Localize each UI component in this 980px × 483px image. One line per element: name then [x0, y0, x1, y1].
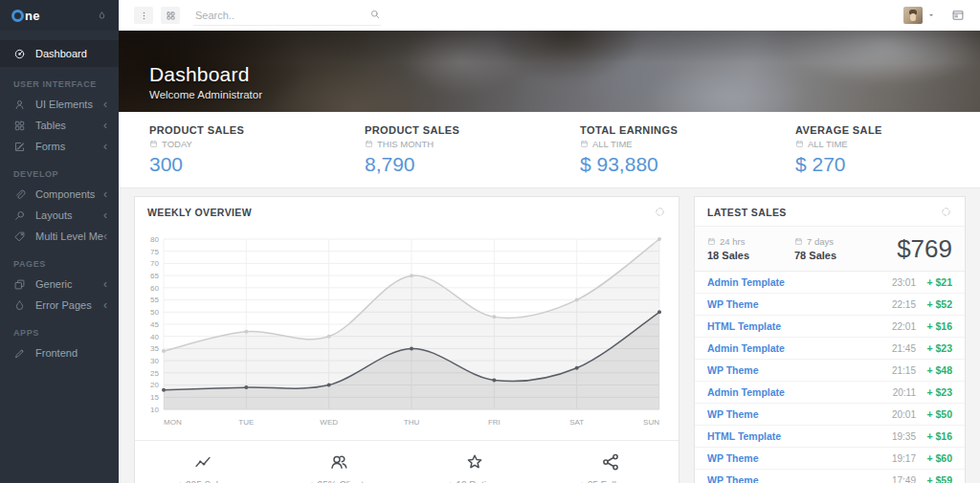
sidebar-section-user-interface: USER INTERFACE [0, 67, 119, 94]
page-subtitle: Welcome Administrator [149, 89, 262, 100]
svg-text:75: 75 [150, 248, 159, 256]
latest-sales-header: LATEST SALES [695, 197, 965, 226]
sidebar-item-label: Generic [35, 278, 103, 290]
app-logo[interactable]: ne [11, 9, 40, 23]
sidebar-section-pages: PAGES [0, 247, 119, 274]
footer-stat-10-ratings: + 10 Ratings [407, 441, 543, 483]
calendar-icon [795, 140, 804, 148]
latest-sales-title: LATEST SALES [707, 207, 787, 218]
sidebar-item-label: Layouts [35, 209, 103, 221]
svg-text:TUE: TUE [238, 418, 254, 427]
sidebar-item-ui-elements[interactable]: UI Elements‹ [0, 94, 119, 115]
sale-product-link[interactable]: WP Theme [707, 364, 887, 376]
svg-text:10: 10 [150, 406, 159, 414]
sale-product-link[interactable]: Admin Template [707, 276, 887, 288]
calendar-icon [707, 237, 716, 246]
search-input[interactable] [193, 6, 381, 25]
sale-time: 17:49 [887, 475, 916, 483]
user-menu-button[interactable] [903, 7, 936, 24]
footer-stat-25-clients: + 25% Clients [271, 441, 407, 483]
weekly-overview-chart: 101520253035404550556065707580MONTUEWEDT… [135, 226, 679, 434]
svg-text:15: 15 [150, 393, 159, 402]
target-icon [13, 48, 26, 60]
chevron-left-icon: ‹ [103, 231, 107, 242]
sales-summary-period: 24 hrs [707, 236, 794, 247]
calendar-icon [149, 140, 158, 148]
svg-text:SAT: SAT [569, 418, 584, 427]
sales-count: 18 Sales [707, 250, 794, 261]
topbar-right [903, 7, 965, 24]
sale-product-link[interactable]: HTML Template [707, 430, 887, 442]
sidebar-item-forms[interactable]: Forms‹ [0, 136, 119, 157]
sale-row-wp-theme: WP Theme 17:49 + $59 [695, 470, 965, 483]
stat-period-label: TODAY [162, 139, 192, 149]
sale-amount: + $23 [916, 386, 952, 398]
sidebar-item-generic[interactable]: Generic‹ [0, 274, 119, 295]
wrench-icon [13, 209, 26, 222]
sidebar: ne DashboardUSER INTERFACEUI Elements‹Ta… [0, 0, 119, 483]
sale-row-html-template: HTML Template 19:35 + $16 [695, 426, 965, 448]
stat-card-total-earnings: TOTAL EARNINGS ALL TIME $ 93,880 [549, 112, 765, 187]
svg-text:45: 45 [150, 320, 159, 329]
sale-amount: + $50 [916, 408, 952, 420]
svg-text:FRI: FRI [488, 418, 501, 427]
chevron-left-icon: ‹ [103, 120, 107, 131]
sidebar-item-label: Components [35, 188, 103, 200]
apps-grid-icon [166, 11, 176, 21]
sidebar-item-components[interactable]: Components‹ [0, 184, 119, 205]
stat-period: THIS MONTH [365, 139, 549, 149]
sale-product-link[interactable]: WP Theme [707, 474, 887, 483]
logo-strip: ne [0, 0, 119, 31]
sale-amount: + $52 [916, 298, 952, 310]
sale-amount: + $16 [916, 320, 952, 332]
sale-product-link[interactable]: Admin Template [707, 342, 887, 354]
share-icon [601, 452, 620, 472]
right-panel-button[interactable] [951, 9, 965, 22]
sidebar-item-error-pages[interactable]: Error Pages‹ [0, 295, 119, 316]
refresh-button[interactable] [654, 206, 666, 218]
sale-product-link[interactable]: WP Theme [707, 298, 887, 310]
refresh-button[interactable] [940, 206, 952, 218]
stat-value: 300 [149, 153, 334, 176]
sale-time: 22:15 [887, 299, 916, 310]
menu-toggle-button[interactable] [134, 7, 153, 24]
svg-text:25: 25 [150, 369, 159, 378]
sale-amount: + $60 [916, 452, 952, 464]
avatar [903, 7, 923, 24]
sale-row-wp-theme: WP Theme 22:15 + $52 [695, 294, 965, 316]
search-icon[interactable] [369, 9, 381, 20]
panel-icon [951, 9, 965, 22]
chevron-left-icon: ‹ [103, 209, 107, 221]
sale-row-wp-theme: WP Theme 20:01 + $50 [695, 404, 965, 426]
sale-product-link[interactable]: WP Theme [707, 452, 887, 464]
weekly-overview-header: WEEKLY OVERVIEW [135, 197, 679, 226]
hero-banner: Dashboard Welcome Administrator [119, 31, 980, 112]
chevron-left-icon: ‹ [103, 141, 107, 152]
svg-text:THU: THU [404, 418, 420, 427]
sidebar-item-layouts[interactable]: Layouts‹ [0, 205, 119, 226]
sale-row-wp-theme: WP Theme 19:17 + $60 [695, 448, 965, 470]
apps-button[interactable] [161, 7, 180, 24]
sidebar-item-label: Multi Level Menu [35, 231, 103, 242]
sale-product-link[interactable]: Admin Template [707, 386, 887, 398]
sale-product-link[interactable]: HTML Template [707, 320, 887, 332]
stat-period-label: THIS MONTH [377, 139, 434, 149]
svg-text:55: 55 [150, 296, 159, 304]
sidebar-item-frontend[interactable]: Frontend [0, 342, 119, 363]
sale-row-admin-template: Admin Template 20:11 + $23 [695, 382, 965, 404]
logo-ring-icon [11, 10, 24, 22]
svg-text:30: 30 [150, 357, 159, 365]
footer-stat-205-sales: + 205 Sales [135, 441, 271, 483]
sale-amount: + $59 [916, 474, 952, 483]
main-content: WEEKLY OVERVIEW 101520253035404550556065… [119, 188, 980, 483]
sale-time: 23:01 [887, 277, 916, 288]
sale-product-link[interactable]: WP Theme [707, 408, 887, 420]
caret-down-icon [926, 11, 936, 20]
sidebar-item-multi-level-menu[interactable]: Multi Level Menu‹ [0, 226, 119, 247]
stat-label: PRODUCT SALES [365, 124, 549, 136]
sale-amount: + $21 [916, 276, 952, 288]
sidebar-item-dashboard[interactable]: Dashboard [0, 40, 119, 67]
search-field [193, 6, 381, 26]
sidebar-item-tables[interactable]: Tables‹ [0, 115, 119, 136]
sale-time: 19:35 [887, 431, 916, 442]
